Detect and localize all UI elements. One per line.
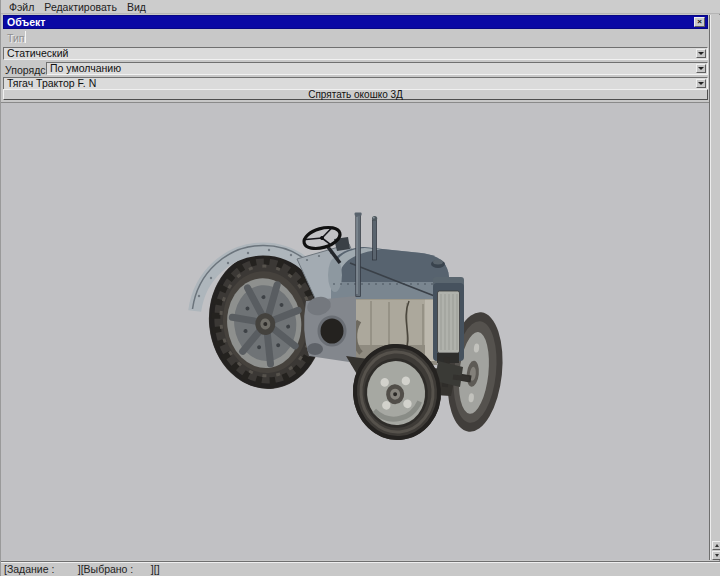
tab-divider	[25, 31, 26, 43]
object-panel-title: Объект	[7, 16, 45, 28]
object-panel-titlebar[interactable]: Объект ×	[3, 15, 708, 29]
menu-view[interactable]: Вид	[122, 1, 151, 13]
strip-scroll-down-button[interactable]	[712, 551, 720, 560]
close-button[interactable]: ×	[694, 17, 705, 27]
type-combobox-value: Статический	[7, 48, 68, 59]
chevron-down-icon	[698, 52, 704, 55]
triangle-up-icon	[715, 544, 719, 547]
tab-row: Тип	[3, 29, 708, 46]
order-combobox-arrow-button[interactable]	[696, 64, 706, 73]
app-window: Фэйл Редактировать Вид Объект × Тип Стат…	[0, 0, 720, 576]
menu-file[interactable]: Фэйл	[4, 1, 39, 13]
3d-viewport[interactable]	[1, 102, 709, 560]
object-combobox-value: Тягач Трактор F. N	[7, 78, 96, 89]
strip-scroll-up-button[interactable]	[712, 541, 720, 550]
status-text: [Задание : ][Выбрано : ][]	[1, 563, 160, 575]
triangle-down-icon	[715, 554, 719, 557]
menu-edit[interactable]: Редактировать	[39, 1, 122, 13]
order-combobox-value: По умолчанию	[50, 63, 121, 74]
tractor-hood	[328, 237, 449, 299]
tractor-3d-model	[1, 103, 709, 560]
type-combobox[interactable]: Статический	[3, 47, 708, 60]
status-bar: [Задание : ][Выбрано : ][]	[1, 561, 720, 576]
order-label: Упорядс:	[5, 64, 48, 76]
hide-3d-window-button[interactable]: Спрятать окошко 3Д	[3, 89, 708, 100]
type-combobox-arrow-button[interactable]	[696, 49, 706, 58]
tractor-radiator	[433, 277, 464, 363]
chevron-down-icon	[698, 82, 704, 85]
chevron-down-icon	[698, 67, 704, 70]
close-icon: ×	[697, 17, 702, 26]
order-combobox[interactable]: По умолчанию	[46, 62, 708, 75]
object-combobox-arrow-button[interactable]	[696, 79, 706, 88]
tab-type[interactable]: Тип	[7, 32, 25, 44]
menu-bar: Фэйл Редактировать Вид	[1, 0, 720, 14]
tractor-transmission	[304, 294, 356, 363]
right-edge-strip	[709, 15, 720, 560]
